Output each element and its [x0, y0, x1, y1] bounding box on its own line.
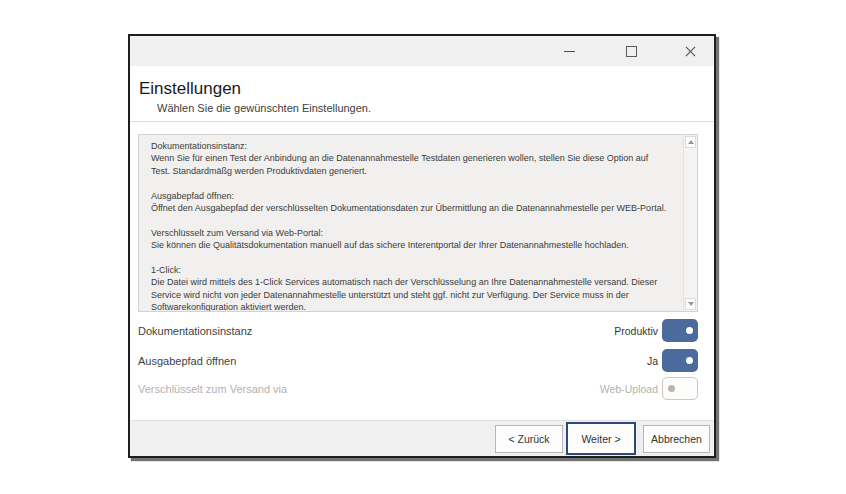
desktop: Einstellungen Wählen Sie die gewünschten… — [0, 0, 846, 494]
setting-value: Web-Upload — [600, 383, 658, 395]
next-button[interactable]: Weiter > — [566, 422, 636, 455]
minimize-button[interactable] — [549, 36, 589, 66]
titlebar[interactable] — [130, 36, 714, 66]
setting-row-versand: Verschlüsselt zum Versand via Web-Upload — [138, 377, 698, 400]
description-text: Dokumentationsinstanz: Wenn Sie für eine… — [139, 135, 683, 311]
setting-row-ausgabepfad: Ausgabepfad öffnen Ja — [138, 349, 698, 372]
page-subtitle: Wählen Sie die gewünschten Einstellungen… — [157, 102, 371, 114]
wizard-header: Einstellungen Wählen Sie die gewünschten… — [130, 66, 714, 122]
page-title: Einstellungen — [139, 79, 241, 99]
setting-label: Dokumentationsinstanz — [138, 325, 252, 337]
scroll-down-button[interactable] — [685, 298, 696, 310]
close-button[interactable] — [670, 36, 710, 66]
setting-row-dokumentationsinstanz: Dokumentationsinstanz Produktiv — [138, 319, 698, 342]
toggle-dokumentationsinstanz[interactable] — [662, 319, 698, 342]
back-button[interactable]: < Zurück — [495, 425, 563, 453]
maximize-button[interactable] — [611, 36, 651, 66]
toggle-ausgabepfad[interactable] — [662, 349, 698, 372]
wizard-footer: < Zurück Weiter > Abbrechen — [130, 420, 714, 456]
setting-value: Produktiv — [614, 325, 658, 337]
toggle-knob — [668, 385, 675, 392]
scroll-up-button[interactable] — [685, 136, 696, 148]
close-icon — [685, 46, 696, 57]
maximize-icon — [626, 46, 637, 57]
setting-label: Verschlüsselt zum Versand via — [138, 383, 287, 395]
setting-label: Ausgabepfad öffnen — [138, 355, 236, 367]
toggle-knob — [686, 327, 693, 334]
toggle-versand — [662, 377, 698, 400]
cancel-button[interactable]: Abbrechen — [643, 425, 710, 453]
setting-value: Ja — [647, 355, 658, 367]
scroll-up-icon — [688, 140, 694, 144]
settings-dialog: Einstellungen Wählen Sie die gewünschten… — [128, 34, 716, 458]
scroll-down-icon — [688, 302, 694, 306]
description-textbox[interactable]: Dokumentationsinstanz: Wenn Sie für eine… — [138, 134, 698, 312]
scrollbar[interactable] — [683, 135, 697, 311]
minimize-icon — [564, 51, 575, 52]
toggle-knob — [686, 357, 693, 364]
